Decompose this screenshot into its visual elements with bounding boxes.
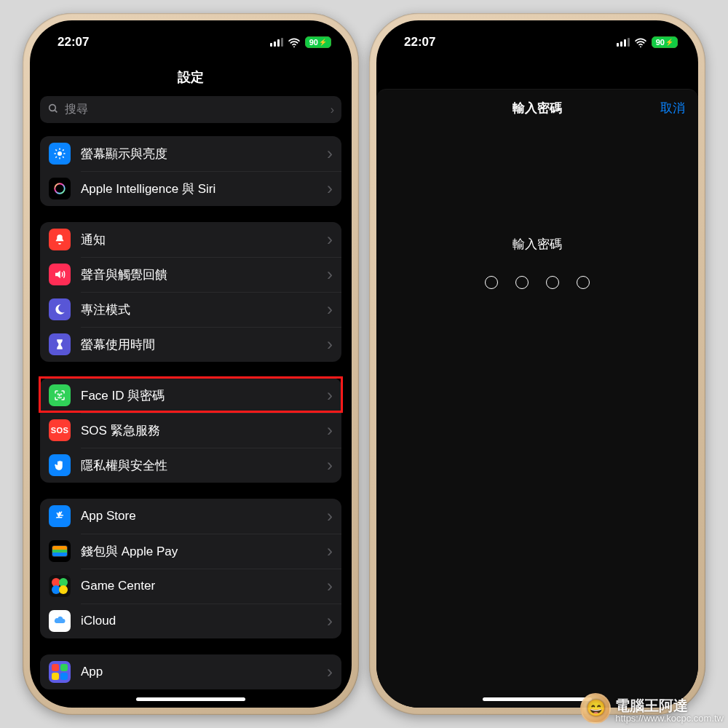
- settings-group: 螢幕顯示與亮度›Apple Intelligence 與 Siri›: [40, 136, 341, 206]
- settings-group: Face ID 與密碼›SOSSOS 緊急服務›隱私權與安全性›: [40, 378, 341, 483]
- svg-point-1: [50, 104, 56, 111]
- home-indicator[interactable]: [136, 697, 245, 701]
- phone-left-screen: 22:07 90⚡ 設定 搜尋: [30, 20, 352, 708]
- sheet-title: 輸入密碼: [513, 101, 562, 115]
- sheet-backdrop: [376, 64, 698, 86]
- passcode-prompt: 輸入密碼: [376, 236, 698, 253]
- phone-right-frame: 22:07 90⚡ 輸入密碼 取消: [369, 13, 705, 715]
- settings-row-label: Game Center: [81, 579, 317, 593]
- settings-row-focus[interactable]: 專注模式›: [40, 292, 341, 327]
- svg-point-3: [58, 151, 62, 156]
- chevron-right-icon: ›: [327, 336, 333, 353]
- wifi-icon: [288, 37, 301, 47]
- settings-row-siri[interactable]: Apple Intelligence 與 Siri›: [40, 171, 341, 206]
- settings-row-label: 螢幕顯示與亮度: [81, 146, 317, 162]
- svg-line-2: [55, 110, 57, 112]
- phone-right-screen: 22:07 90⚡ 輸入密碼 取消: [376, 20, 698, 708]
- appstore-icon: [49, 505, 71, 527]
- settings-row-label: 螢幕使用時間: [81, 336, 317, 353]
- passcode-sheet: 輸入密碼 取消 輸入密碼: [376, 89, 698, 708]
- apps-icon: [49, 661, 71, 683]
- sparkle-icon: [49, 178, 71, 199]
- home-indicator[interactable]: [483, 697, 592, 701]
- sos-icon: SOS: [49, 419, 71, 441]
- settings-row-appstore[interactable]: App Store›: [40, 499, 341, 534]
- settings-row-wallet[interactable]: 錢包與 Apple Pay›: [40, 534, 341, 569]
- search-placeholder: 搜尋: [65, 102, 88, 117]
- wallet-icon: [49, 540, 71, 562]
- settings-row-screentime[interactable]: 螢幕使用時間›: [40, 327, 341, 362]
- settings-row-gamecenter[interactable]: Game Center›: [40, 569, 341, 604]
- gamecenter-icon: [49, 575, 71, 597]
- settings-row-sos[interactable]: SOSSOS 緊急服務›: [40, 413, 341, 448]
- watermark-brand: 電腦王阿達: [615, 698, 688, 713]
- passcode-dots[interactable]: [376, 276, 698, 289]
- svg-line-11: [63, 149, 64, 151]
- sun-icon: [49, 143, 71, 165]
- chevron-right-icon: ›: [331, 103, 334, 116]
- cellular-signal-icon: [270, 38, 283, 47]
- battery-indicator: 90⚡: [305, 36, 331, 48]
- settings-row-label: 錢包與 Apple Pay: [81, 543, 317, 560]
- status-time: 22:07: [404, 35, 435, 50]
- settings-row-label: 隱私權與安全性: [81, 457, 317, 474]
- chevron-right-icon: ›: [327, 456, 333, 474]
- chevron-right-icon: ›: [327, 663, 333, 681]
- cellular-signal-icon: [617, 38, 630, 47]
- watermark-avatar-icon: 😄: [580, 693, 611, 724]
- chevron-right-icon: ›: [327, 612, 333, 630]
- watermark-url: https://www.kocpc.com.tw: [615, 713, 724, 724]
- passcode-dot: [515, 276, 529, 289]
- settings-row-display[interactable]: 螢幕顯示與亮度›: [40, 136, 341, 171]
- settings-row-label: Face ID 與密碼: [81, 387, 317, 404]
- settings-content[interactable]: 搜尋 › 螢幕顯示與亮度›Apple Intelligence 與 Siri›通…: [30, 96, 352, 689]
- settings-row-privacy[interactable]: 隱私權與安全性›: [40, 448, 341, 483]
- cancel-button[interactable]: 取消: [660, 100, 685, 116]
- settings-row-label: App: [81, 665, 317, 679]
- sheet-header: 輸入密碼 取消: [376, 90, 698, 127]
- svg-point-0: [293, 46, 295, 47]
- svg-point-13: [58, 394, 58, 395]
- settings-row-icloud[interactable]: iCloud›: [40, 604, 341, 638]
- battery-indicator: 90⚡: [652, 36, 678, 48]
- passcode-area: 輸入密碼: [376, 236, 698, 289]
- svg-line-8: [55, 149, 57, 151]
- watermark: 😄 電腦王阿達 https://www.kocpc.com.tw: [580, 693, 724, 724]
- settings-row-sounds[interactable]: 聲音與觸覺回饋›: [40, 257, 341, 292]
- chevron-right-icon: ›: [327, 266, 333, 283]
- page-title: 設定: [30, 64, 352, 96]
- svg-line-9: [63, 157, 64, 158]
- speaker-icon: [49, 264, 71, 285]
- chevron-right-icon: ›: [327, 422, 333, 439]
- settings-row-label: 通知: [81, 232, 317, 248]
- passcode-dot: [577, 276, 590, 289]
- passcode-dot: [546, 276, 559, 289]
- svg-line-10: [55, 157, 57, 158]
- hand-icon: [49, 454, 71, 476]
- settings-row-label: iCloud: [81, 614, 317, 628]
- svg-point-15: [640, 46, 641, 47]
- bell-icon: [49, 229, 71, 250]
- phone-left-frame: 22:07 90⚡ 設定 搜尋: [23, 13, 359, 715]
- settings-group: App›: [40, 654, 341, 689]
- svg-point-14: [61, 394, 62, 395]
- moon-icon: [49, 298, 71, 320]
- wifi-icon: [634, 37, 647, 47]
- chevron-right-icon: ›: [327, 231, 333, 248]
- settings-row-faceid[interactable]: Face ID 與密碼›: [40, 378, 341, 413]
- settings-group: 通知›聲音與觸覺回饋›專注模式›螢幕使用時間›: [40, 222, 341, 362]
- chevron-right-icon: ›: [327, 180, 333, 197]
- chevron-right-icon: ›: [327, 301, 333, 318]
- settings-row-label: 聲音與觸覺回饋: [81, 266, 317, 283]
- settings-row-label: 專注模式: [81, 301, 317, 318]
- settings-row-label: SOS 緊急服務: [81, 422, 317, 439]
- settings-row-app[interactable]: App›: [40, 654, 341, 689]
- settings-row-notifications[interactable]: 通知›: [40, 222, 341, 257]
- settings-row-label: Apple Intelligence 與 Siri: [81, 181, 317, 197]
- dynamic-island: [491, 31, 584, 57]
- settings-row-label: App Store: [81, 509, 317, 523]
- search-field[interactable]: 搜尋 ›: [40, 96, 341, 123]
- chevron-right-icon: ›: [327, 387, 333, 404]
- icloud-icon: [49, 610, 71, 632]
- svg-point-12: [55, 183, 65, 194]
